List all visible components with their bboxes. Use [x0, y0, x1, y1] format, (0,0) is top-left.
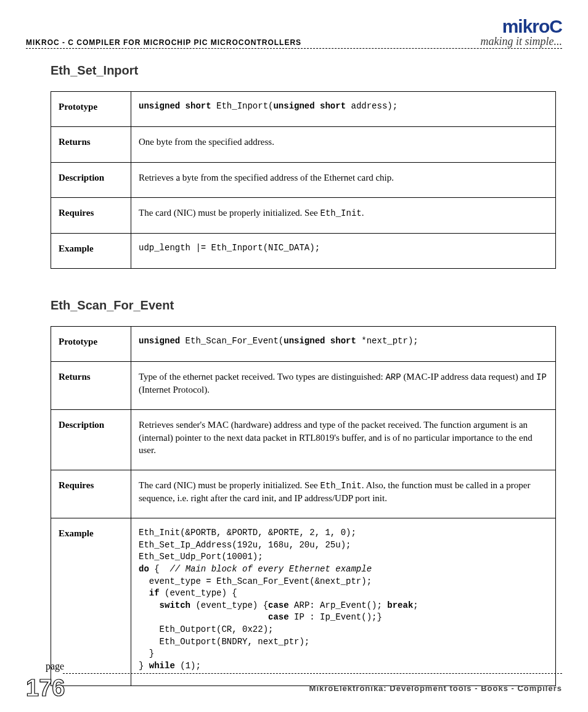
api-table-1: Prototype unsigned short Eth_Inport(unsi… — [51, 91, 556, 269]
section-title-1: Eth_Set_Inport — [51, 63, 556, 78]
row-value-description: Retrieves a byte from the specified addr… — [131, 162, 556, 197]
footer-text: MikroElektronika: Development tools - Bo… — [65, 684, 562, 693]
row-label-prototype: Prototype — [51, 326, 131, 361]
row-value-prototype: unsigned short Eth_Inport(unsigned short… — [131, 92, 556, 127]
table-row: Requires The card (NIC) must be properly… — [51, 470, 556, 518]
table-row: Description Retrieves a byte from the sp… — [51, 162, 556, 197]
table-row: Example udp_length |= Eth_Inport(NIC_DAT… — [51, 233, 556, 268]
page-content: Eth_Set_Inport Prototype unsigned short … — [26, 63, 562, 686]
row-label-description: Description — [51, 162, 131, 197]
page-footer: page 176 MikroElektronika: Development t… — [26, 661, 562, 700]
page-label: page — [46, 661, 562, 672]
header-left-text: mikroC - C Compiler for Microchip PIC mi… — [26, 38, 301, 47]
table-row: Prototype unsigned short Eth_Inport(unsi… — [51, 92, 556, 127]
row-label-requires: Requires — [51, 470, 131, 518]
row-value-requires: The card (NIC) must be properly initiali… — [131, 470, 556, 518]
row-label-prototype: Prototype — [51, 92, 131, 127]
row-label-returns: Returns — [51, 127, 131, 162]
row-value-requires: The card (NIC) must be properly initiali… — [131, 197, 556, 233]
row-label-description: Description — [51, 410, 131, 470]
brand-logo: mikroC — [481, 17, 563, 36]
row-label-example: Example — [51, 233, 131, 268]
header-right: mikroC making it simple... — [481, 17, 563, 47]
row-value-description: Retrieves sender's MAC (hardware) addres… — [131, 410, 556, 470]
header-divider — [26, 48, 562, 49]
footer-row: 176 MikroElektronika: Development tools … — [26, 676, 562, 700]
table-row: Requires The card (NIC) must be properly… — [51, 197, 556, 233]
table-row: Description Retrieves sender's MAC (hard… — [51, 410, 556, 470]
footer-divider — [63, 673, 562, 674]
code-block: Eth_Init(&PORTB, &PORTD, &PORTE, 2, 1, 0… — [139, 527, 548, 672]
row-label-returns: Returns — [51, 362, 131, 410]
row-value-returns: One byte from the specified address. — [131, 127, 556, 162]
row-value-returns: Type of the ethernet packet received. Tw… — [131, 362, 556, 410]
table-row: Returns One byte from the specified addr… — [51, 127, 556, 162]
api-table-2: Prototype unsigned Eth_Scan_For_Event(un… — [51, 326, 556, 686]
page-header: mikroC - C Compiler for Microchip PIC mi… — [26, 17, 562, 47]
brand-tagline: making it simple... — [481, 36, 563, 47]
section-title-2: Eth_Scan_For_Event — [51, 298, 556, 313]
table-row: Prototype unsigned Eth_Scan_For_Event(un… — [51, 326, 556, 361]
table-row: Returns Type of the ethernet packet rece… — [51, 362, 556, 410]
page-number: 176 — [26, 676, 65, 700]
row-value-prototype: unsigned Eth_Scan_For_Event(unsigned sho… — [131, 326, 556, 361]
row-value-example: udp_length |= Eth_Inport(NIC_DATA); — [131, 233, 556, 268]
row-label-requires: Requires — [51, 197, 131, 233]
